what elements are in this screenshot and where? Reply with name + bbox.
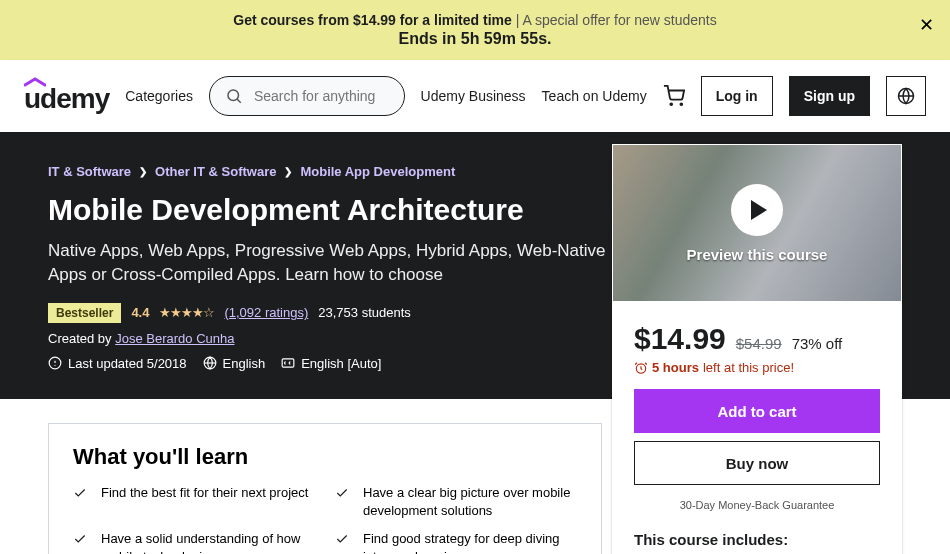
price-timer: 5 hours left at this price! [634, 360, 880, 375]
cc-icon [281, 356, 295, 370]
learn-box: What you'll learn Find the best fit for … [48, 423, 602, 554]
teach-link[interactable]: Teach on Udemy [542, 88, 647, 104]
promo-countdown: Ends in 5h 59m 55s. [40, 30, 910, 48]
info-icon [48, 356, 62, 370]
svg-point-2 [670, 103, 672, 105]
add-to-cart-button[interactable]: Add to cart [634, 389, 880, 433]
purchase-card: Preview this course $14.99 $54.99 73% of… [612, 144, 902, 554]
learn-item: Find the best fit for their next project [73, 484, 315, 520]
signup-button[interactable]: Sign up [789, 76, 870, 116]
crumb-1[interactable]: IT & Software [48, 164, 131, 179]
check-icon [335, 532, 349, 554]
preview-video[interactable]: Preview this course [612, 144, 902, 302]
buy-now-button[interactable]: Buy now [634, 441, 880, 485]
alarm-icon [634, 361, 648, 375]
crumb-2[interactable]: Other IT & Software [155, 164, 276, 179]
logo[interactable]: udemy [24, 77, 109, 115]
bestseller-badge: Bestseller [48, 303, 121, 323]
author-link[interactable]: Jose Berardo Cunha [115, 331, 234, 346]
rating-value: 4.4 [131, 305, 149, 320]
timer-bold: 5 hours [652, 360, 699, 375]
svg-point-0 [228, 90, 239, 101]
promo-line1: Get courses from $14.99 for a limited ti… [40, 12, 910, 28]
crumb-3[interactable]: Mobile App Development [300, 164, 455, 179]
promo-light: | A special offer for new students [512, 12, 717, 28]
chevron-right-icon: ❯ [284, 166, 292, 177]
learn-item: Have a clear big picture over mobile dev… [335, 484, 577, 520]
check-icon [335, 486, 349, 520]
learn-text: Have a clear big picture over mobile dev… [363, 484, 577, 520]
last-updated-text: Last updated 5/2018 [68, 356, 187, 371]
header: udemy Categories Udemy Business Teach on… [0, 60, 950, 132]
discount: 73% off [792, 335, 843, 352]
page-title: Mobile Development Architecture [48, 193, 628, 227]
price-row: $14.99 $54.99 73% off [634, 322, 880, 356]
logo-text: udemy [24, 83, 109, 115]
learn-text: Have a solid understanding of how mobile… [101, 530, 315, 554]
guarantee-text: 30-Day Money-Back Guarantee [634, 499, 880, 511]
learn-item: Have a solid understanding of how mobile… [73, 530, 315, 554]
captions: English [Auto] [281, 356, 381, 371]
language: English [203, 356, 266, 371]
includes-title: This course includes: [634, 531, 880, 548]
svg-point-8 [54, 365, 55, 366]
created-by-prefix: Created by [48, 331, 115, 346]
promo-banner: Get courses from $14.99 for a limited ti… [0, 0, 950, 60]
learn-grid: Find the best fit for their next project… [73, 484, 577, 554]
learn-title: What you'll learn [73, 444, 577, 470]
original-price: $54.99 [736, 335, 782, 352]
stars-icon: ★★★★☆ [159, 305, 214, 320]
preview-label: Preview this course [687, 246, 828, 263]
svg-rect-11 [282, 359, 294, 367]
content-area: What you'll learn Find the best fit for … [0, 399, 650, 554]
language-text: English [223, 356, 266, 371]
chevron-right-icon: ❯ [139, 166, 147, 177]
search-wrap [209, 76, 405, 116]
last-updated: Last updated 5/2018 [48, 356, 187, 371]
globe-icon [203, 356, 217, 370]
globe-icon [897, 87, 915, 105]
check-icon [73, 532, 87, 554]
learn-text: Find the best fit for their next project [101, 484, 308, 520]
learn-text: Find good strategy for deep diving into … [363, 530, 577, 554]
cart-icon[interactable] [663, 85, 685, 107]
course-subtitle: Native Apps, Web Apps, Progressive Web A… [48, 239, 628, 287]
timer-rest: left at this price! [703, 360, 794, 375]
ratings-link[interactable]: (1,092 ratings) [224, 305, 308, 320]
captions-text: English [Auto] [301, 356, 381, 371]
play-icon [731, 184, 783, 236]
login-button[interactable]: Log in [701, 76, 773, 116]
close-icon[interactable]: ✕ [919, 14, 934, 36]
card-body: $14.99 $54.99 73% off 5 hours left at th… [612, 302, 902, 554]
svg-point-3 [680, 103, 682, 105]
students-count: 23,753 students [318, 305, 411, 320]
udemy-business-link[interactable]: Udemy Business [421, 88, 526, 104]
search-icon [225, 87, 243, 105]
promo-bold: Get courses from $14.99 for a limited ti… [233, 12, 512, 28]
language-button[interactable] [886, 76, 926, 116]
learn-item: Find good strategy for deep diving into … [335, 530, 577, 554]
check-icon [73, 486, 87, 520]
price: $14.99 [634, 322, 726, 356]
categories-link[interactable]: Categories [125, 88, 193, 104]
svg-line-1 [237, 99, 241, 103]
